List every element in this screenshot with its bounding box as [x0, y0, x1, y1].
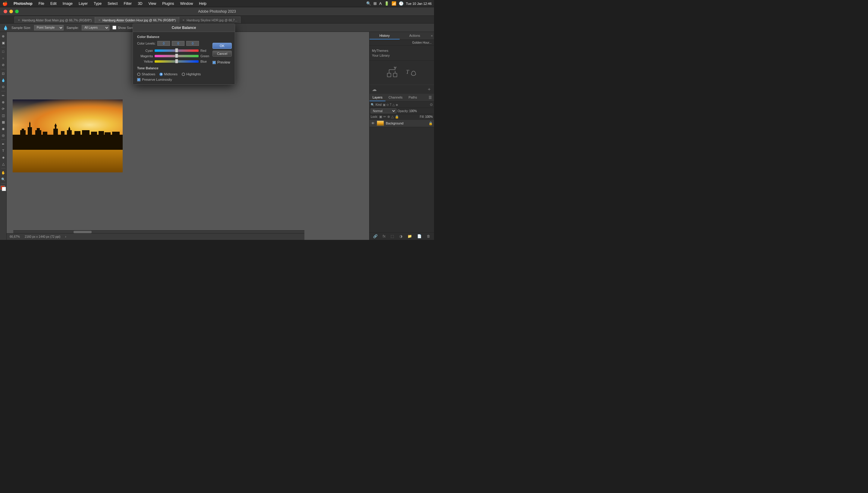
link-layers-icon[interactable]: 🔗: [372, 234, 378, 239]
filter-adjustment-icon[interactable]: ⊙: [386, 103, 389, 106]
yellow-blue-slider[interactable]: [155, 60, 199, 63]
cloud-icon[interactable]: ☁: [372, 86, 377, 92]
lasso-tool[interactable]: ○: [0, 55, 6, 61]
tab-history[interactable]: History: [369, 32, 400, 40]
horizontal-scrollbar[interactable]: [13, 230, 304, 233]
color-level-3-input[interactable]: [186, 41, 199, 46]
show-sampling-ring-checkbox[interactable]: [112, 26, 116, 29]
fill-value[interactable]: 100%: [425, 115, 433, 119]
menu-plugins[interactable]: Plugins: [161, 1, 175, 6]
magenta-green-slider[interactable]: [155, 55, 199, 58]
menu-file[interactable]: File: [37, 1, 45, 6]
cyan-red-slider[interactable]: [155, 49, 199, 52]
add-library-btn[interactable]: ＋: [427, 86, 432, 92]
healing-tool[interactable]: ⊙: [0, 84, 6, 90]
marquee-tool[interactable]: □: [0, 48, 6, 55]
tab-close-skyline[interactable]: ✕: [182, 19, 185, 22]
font-icon[interactable]: A: [379, 1, 382, 6]
new-group-icon[interactable]: 📁: [407, 234, 413, 239]
adjustment-layer-icon[interactable]: ◑: [399, 234, 403, 239]
delete-layer-icon[interactable]: 🗑: [426, 234, 431, 239]
layer-visibility-eye[interactable]: 👁: [371, 121, 375, 125]
tab-close-golden[interactable]: ✕: [98, 19, 101, 22]
hand-tool[interactable]: ✋: [0, 170, 6, 176]
lock-image-icon[interactable]: ✏: [383, 115, 386, 119]
history-brush-tool[interactable]: ⟳: [0, 106, 6, 112]
lock-artboard-icon[interactable]: △: [391, 115, 394, 119]
tab-actions[interactable]: Actions: [400, 32, 430, 40]
artboard-tool[interactable]: ▣: [0, 40, 6, 46]
midtones-radio[interactable]: Midtones: [159, 72, 177, 76]
tab-channels[interactable]: Channels: [386, 94, 405, 101]
lock-position-icon[interactable]: ⊕: [387, 115, 390, 119]
menu-3d[interactable]: 3D: [136, 1, 144, 6]
filter-type-icon[interactable]: T: [390, 103, 391, 106]
menu-window[interactable]: Window: [179, 1, 194, 6]
pen-tool[interactable]: ✒: [0, 141, 6, 147]
stamp-tool[interactable]: ⊗: [0, 99, 6, 105]
shadows-radio[interactable]: Shadows: [137, 72, 155, 76]
apple-menu[interactable]: 🍎: [2, 1, 7, 6]
tab-skyline[interactable]: ✕ Hamburg Skyline HDR.jpg @ 66,7...: [179, 17, 240, 23]
yellow-blue-thumb[interactable]: [175, 59, 178, 63]
quick-select-tool[interactable]: ⊘: [0, 62, 6, 68]
spotlight-icon[interactable]: 🔍: [366, 1, 371, 6]
magenta-green-thumb[interactable]: [175, 53, 178, 58]
close-button[interactable]: [4, 9, 7, 13]
highlights-radio[interactable]: Highlights: [182, 72, 201, 76]
preview-checkbox[interactable]: ✓: [213, 61, 216, 64]
lock-transparent-icon[interactable]: ▣: [379, 115, 382, 119]
tab-boat[interactable]: ✕ Hamburg Alster Boat Main.jpg @ 66,7% (…: [15, 17, 95, 23]
blur-tool[interactable]: ◉: [0, 126, 6, 132]
tab-paths[interactable]: Paths: [406, 94, 420, 101]
minimize-button[interactable]: [9, 9, 13, 13]
lock-all-icon[interactable]: 🔒: [395, 115, 399, 119]
layers-panel-menu-btn[interactable]: ☰: [426, 94, 434, 101]
maximize-button[interactable]: [15, 9, 19, 13]
preserve-luminosity-checkbox[interactable]: ✓ Preserve Luminosity: [137, 78, 210, 81]
gradient-tool[interactable]: ▦: [0, 119, 6, 125]
layer-background[interactable]: 👁 Background 🔒: [369, 120, 434, 127]
menu-select[interactable]: Select: [106, 1, 119, 6]
control-center-icon[interactable]: ⊞: [373, 1, 377, 6]
tab-close-boat[interactable]: ✕: [18, 19, 20, 22]
eraser-tool[interactable]: ◫: [0, 112, 6, 119]
brush-tool[interactable]: ✏: [0, 92, 6, 99]
filter-pixel-icon[interactable]: ▣: [383, 103, 386, 106]
move-tool[interactable]: ⊕: [0, 33, 6, 39]
fx-icon[interactable]: fx: [382, 234, 386, 239]
color-level-1-input[interactable]: [157, 41, 170, 46]
blend-mode-select[interactable]: Normal Dissolve Darken Multiply Screen O…: [371, 108, 396, 113]
status-more-btn[interactable]: ›: [65, 235, 66, 238]
add-mask-icon[interactable]: ⬚: [390, 234, 394, 239]
tab-layers[interactable]: Layers: [369, 94, 386, 101]
eyedropper-tool[interactable]: 💧: [0, 77, 6, 83]
cyan-red-thumb[interactable]: [175, 48, 178, 52]
filter-smart-icon[interactable]: ◈: [396, 103, 398, 106]
color-balance-dialog[interactable]: Color Balance Color Balance Color Levels…: [133, 23, 235, 85]
app-name[interactable]: Photoshop: [13, 1, 34, 6]
my-themes-item[interactable]: MyThemes: [372, 48, 432, 53]
ok-button[interactable]: OK: [213, 43, 232, 49]
battery-icon[interactable]: 🔋: [384, 1, 389, 6]
menu-layer[interactable]: Layer: [78, 1, 89, 6]
layers-filter-toggle[interactable]: ⊙: [430, 103, 433, 107]
color-level-2-input[interactable]: [172, 41, 185, 46]
sample-select[interactable]: All Layers Current Layer: [82, 25, 109, 30]
menu-type[interactable]: Type: [92, 1, 103, 6]
path-select-tool[interactable]: ◈: [0, 154, 6, 160]
menu-help[interactable]: Help: [198, 1, 208, 6]
cancel-button[interactable]: Cancel: [213, 51, 232, 57]
panel-collapse-btn[interactable]: ✕: [430, 32, 434, 40]
menu-image[interactable]: Image: [62, 1, 74, 6]
your-library-item[interactable]: Your Library: [372, 53, 432, 58]
scrollbar-thumb[interactable]: [73, 231, 92, 233]
menu-filter[interactable]: Filter: [122, 1, 133, 6]
sample-size-select[interactable]: Point Sample 3 by 3 Average 5 by 5 Avera…: [34, 25, 64, 30]
zoom-tool[interactable]: 🔍: [0, 176, 6, 182]
menu-edit[interactable]: Edit: [49, 1, 58, 6]
opacity-value[interactable]: 100%: [409, 109, 417, 113]
dodge-tool[interactable]: ◎: [0, 132, 6, 138]
foreground-color[interactable]: [1, 186, 6, 191]
menu-view[interactable]: View: [147, 1, 157, 6]
